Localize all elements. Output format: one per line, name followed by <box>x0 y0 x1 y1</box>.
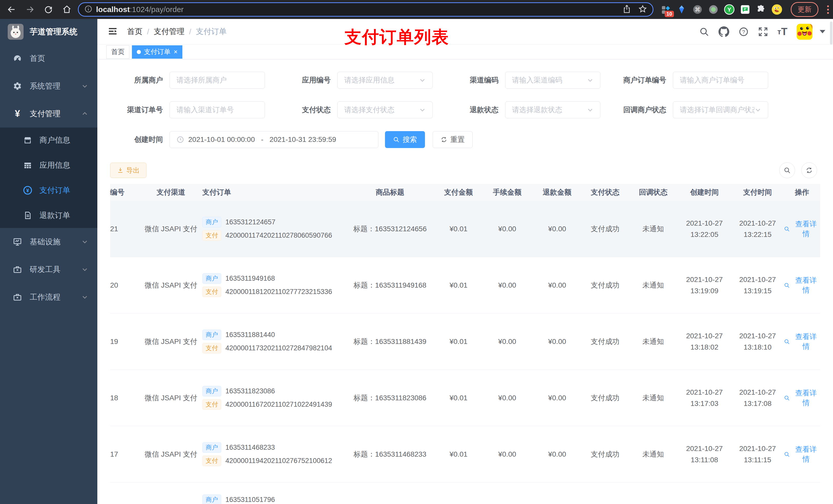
back-icon[interactable] <box>4 2 19 17</box>
chevron-down-icon <box>81 294 88 301</box>
sidebar-menu: 首页 系统管理 ¥ 支付管理 商户信息 应用信息 <box>0 45 97 311</box>
browser-update-button[interactable]: 更新 <box>791 2 818 17</box>
refund-status-select[interactable]: 请选择退款状态 <box>505 101 600 118</box>
col-channel: 支付渠道 <box>140 188 203 197</box>
cell-pay-time: 2021-10-2713:11:15 <box>731 443 784 465</box>
col-fee: 手续金额 <box>481 188 533 197</box>
tab-label: 首页 <box>111 47 124 56</box>
sidebar-item-pay[interactable]: ¥ 支付管理 <box>0 100 97 127</box>
sidebar-item-system[interactable]: 系统管理 <box>0 72 97 100</box>
tab-home[interactable]: 首页 <box>106 45 129 58</box>
view-detail-link[interactable]: 查看详情 <box>784 388 820 408</box>
gear-icon <box>12 81 23 91</box>
extensions-puzzle-icon[interactable] <box>755 4 767 15</box>
extension-tiles-icon[interactable]: 10 <box>660 4 671 15</box>
cell-pay-order: 商户1635311823086 支付4200001167202110271022… <box>203 383 344 413</box>
cell-refund: ¥0.00 <box>533 450 581 458</box>
export-button[interactable]: 导出 <box>110 163 146 178</box>
home-icon[interactable] <box>60 2 74 17</box>
view-detail-link[interactable]: 查看详情 <box>784 219 820 239</box>
cell-status: 支付成功 <box>581 393 629 403</box>
merchant-order-no-input[interactable] <box>680 76 761 84</box>
reset-button[interactable]: 重置 <box>433 131 473 148</box>
sidebar-item-home[interactable]: 首页 <box>0 45 97 72</box>
sidebar-item-label: 退款订单 <box>40 210 70 221</box>
sidebar-item-app-info[interactable]: 应用信息 <box>0 153 97 178</box>
forward-icon[interactable] <box>23 2 38 17</box>
sidebar-item-pay-order[interactable]: ¥ 支付订单 <box>0 178 97 203</box>
sidebar-collapse-icon[interactable] <box>108 26 118 38</box>
cell-pay-order: 商户1635312124657 支付4200001174202110278060… <box>203 214 344 243</box>
font-size-icon[interactable]: тT <box>778 26 787 38</box>
sidebar-item-label: 商户信息 <box>40 135 70 145</box>
sidebar-item-merchant-info[interactable]: 商户信息 <box>0 127 97 153</box>
github-icon[interactable] <box>718 26 729 37</box>
toggle-search-button[interactable] <box>779 162 795 178</box>
bookmark-star-icon[interactable] <box>638 5 647 14</box>
yen-icon: ¥ <box>12 108 23 119</box>
extension-y-icon[interactable]: Y <box>723 4 735 15</box>
extension-record-icon[interactable] <box>708 4 719 15</box>
cell-amount: ¥0.01 <box>435 281 481 289</box>
table-row: 17 微信 JSAPI 支付 商户1635311468233 支付4200001… <box>110 426 820 482</box>
browser-menu-icon[interactable] <box>827 5 829 14</box>
cell-actions: 查看详情 <box>784 219 820 239</box>
merchant-label: 所属商户 <box>110 75 170 85</box>
sidebar-item-infra[interactable]: 基础设施 <box>0 228 97 256</box>
col-title: 商品标题 <box>344 188 435 197</box>
view-detail-link[interactable]: 查看详情 <box>784 445 820 464</box>
profile-emoji-avatar[interactable] <box>771 4 783 15</box>
search-button[interactable]: 搜索 <box>385 131 425 148</box>
pay-status-placeholder: 请选择支付状态 <box>344 105 419 115</box>
browser-nav-buttons <box>4 2 74 17</box>
channel-code-select[interactable]: 请输入渠道编码 <box>505 72 600 89</box>
view-detail-link[interactable]: 查看详情 <box>784 332 820 351</box>
create-time-range-picker[interactable]: 2021-10-01 00:00:00 - 2021-10-31 23:59:5… <box>170 131 378 148</box>
yen-circle-icon: ¥ <box>23 186 33 195</box>
extension-chat-icon[interactable] <box>739 4 751 15</box>
date-start: 2021-10-01 00:00:00 <box>188 136 255 144</box>
scrollbar-thumb[interactable] <box>830 22 832 45</box>
extension-gem-icon[interactable] <box>676 4 687 15</box>
extension-command-icon[interactable]: ⌘ <box>692 4 703 15</box>
tab-pay-order[interactable]: 支付订单 × <box>132 45 182 58</box>
app-select[interactable]: 请选择应用信息 <box>337 72 433 89</box>
sidebar-item-refund-order[interactable]: 退款订单 <box>0 203 97 228</box>
cell-create-time: 2021-10-2713:18:02 <box>677 330 731 353</box>
magnifier-icon <box>784 226 790 232</box>
reload-icon[interactable] <box>41 2 56 17</box>
url-path: :1024/pay/order <box>130 5 184 14</box>
merchant-order-no: 1635312124657 <box>225 218 276 226</box>
merchant-tag: 商户 <box>203 273 221 284</box>
refresh-table-button[interactable] <box>801 162 817 178</box>
breadcrumb-pay[interactable]: 支付管理 <box>154 26 185 37</box>
address-bar[interactable]: localhost:1024/pay/order <box>78 2 653 17</box>
cell-amount: ¥0.01 <box>435 225 481 233</box>
sidebar-item-dev-tools[interactable]: 研发工具 <box>0 256 97 283</box>
cell-notify: 未通知 <box>629 281 677 290</box>
breadcrumb-home[interactable]: 首页 <box>127 26 142 37</box>
cell-channel: 微信 JSAPI 支付 <box>140 224 203 234</box>
search-icon[interactable] <box>699 27 709 37</box>
fullscreen-icon[interactable] <box>758 27 768 37</box>
close-tab-icon[interactable]: × <box>174 48 177 56</box>
site-info-icon[interactable] <box>84 5 93 14</box>
view-detail-link[interactable]: 查看详情 <box>784 275 820 295</box>
briefcase-icon <box>12 292 23 302</box>
sidebar-item-label: 支付订单 <box>40 185 70 196</box>
pay-status-select[interactable]: 请选择支付状态 <box>337 101 433 118</box>
cell-create-time: 2021-10-2713:17:03 <box>677 387 731 409</box>
cell-refund: ¥0.00 <box>533 394 581 402</box>
avatar-dropdown-caret[interactable] <box>820 30 825 33</box>
col-create-time: 创建时间 <box>677 188 731 197</box>
channel-order-no-input[interactable] <box>176 106 258 114</box>
cell-pay-order: 商户1635311881440 支付4200001173202110272847… <box>203 327 344 356</box>
notify-status-select[interactable]: 请选择订单回调商户状态 <box>673 101 768 118</box>
share-icon[interactable] <box>622 5 631 14</box>
help-icon[interactable]: ? <box>738 27 749 37</box>
user-avatar[interactable] <box>796 24 812 40</box>
orders-table: 编号 支付渠道 支付订单 商品标题 支付金额 手续金额 退款金额 支付状态 回调… <box>110 184 820 504</box>
magnifier-icon <box>784 395 790 401</box>
sidebar-item-workflow[interactable]: 工作流程 <box>0 283 97 311</box>
merchant-input[interactable] <box>176 76 258 84</box>
